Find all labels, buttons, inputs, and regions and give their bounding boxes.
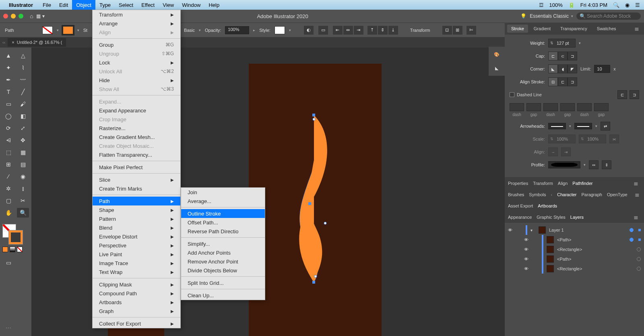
- align-stroke-outside[interactable]: ⊐: [568, 77, 577, 86]
- magic-wand-tool[interactable]: ✦: [2, 63, 14, 73]
- edit-icon[interactable]: ⊞: [453, 26, 462, 35]
- dash-2[interactable]: [543, 103, 558, 111]
- close-window[interactable]: [3, 14, 8, 19]
- menu-item[interactable]: Clipping Mask▶: [93, 280, 180, 289]
- align-panel-icon[interactable]: ▭: [318, 26, 328, 35]
- target-icon[interactable]: [637, 267, 641, 271]
- menu-item[interactable]: Add Anchor Points: [181, 248, 265, 257]
- menu-select[interactable]: Select: [115, 0, 137, 10]
- menu-item[interactable]: Create Object Mosaic...: [93, 141, 180, 150]
- layer-item[interactable]: 👁 <Path>: [505, 235, 644, 245]
- tab-opentype[interactable]: OpenType: [607, 192, 627, 197]
- align-hcenter-icon[interactable]: ⇔: [343, 26, 353, 35]
- tab-swatches[interactable]: Swatches: [593, 25, 620, 33]
- clock[interactable]: Fri 4:03 PM: [580, 2, 607, 8]
- color-guide-icon[interactable]: ◣: [491, 63, 502, 73]
- graph-tool[interactable]: ⫿: [17, 184, 29, 193]
- menu-item[interactable]: Clean Up...: [181, 291, 265, 300]
- eraser-tool[interactable]: ◧: [17, 111, 29, 121]
- menu-window[interactable]: Window: [178, 0, 204, 10]
- flip-across-icon[interactable]: ⇕: [602, 160, 611, 169]
- menu-item[interactable]: Create Gradient Mesh...: [93, 133, 180, 141]
- arrow-align-2[interactable]: ⇥: [561, 147, 571, 156]
- gap-2[interactable]: [560, 103, 575, 111]
- menu-item[interactable]: Rasterize...: [93, 124, 180, 133]
- menu-item[interactable]: Pattern▶: [93, 214, 180, 223]
- fill-swatch[interactable]: [42, 26, 53, 34]
- layer-item[interactable]: 👁 <Rectangle>: [505, 264, 644, 274]
- menu-item[interactable]: Blend▶: [93, 223, 180, 232]
- cap-butt[interactable]: ⊏: [548, 52, 558, 60]
- stroke-swatch[interactable]: [63, 26, 73, 34]
- menu-item[interactable]: Remove Anchor Point: [181, 257, 265, 266]
- tab-scroll-left[interactable]: ‹‹: [2, 40, 5, 45]
- align-top-icon[interactable]: ⤒: [367, 26, 377, 35]
- lasso-tool[interactable]: ⌇: [17, 63, 29, 73]
- tab-graphic-styles[interactable]: Graphic Styles: [537, 215, 566, 220]
- perspective-tool[interactable]: ▦: [17, 147, 29, 157]
- menu-type[interactable]: Type: [95, 0, 115, 10]
- dash-align-2[interactable]: ⊐: [630, 90, 639, 99]
- scale-tool[interactable]: ⤢: [17, 123, 29, 133]
- corner-miter[interactable]: ◣: [548, 64, 558, 73]
- tab-brushes[interactable]: Brushes: [508, 192, 524, 197]
- tab-transparency[interactable]: Transparency: [556, 25, 591, 33]
- crop-icon[interactable]: ✄: [466, 26, 476, 35]
- panel-menu-icon-3[interactable]: ≣: [632, 191, 642, 198]
- menu-item[interactable]: Graph▶: [93, 307, 180, 315]
- menu-item[interactable]: Split Into Grid...: [181, 278, 265, 287]
- selected-path[interactable]: [278, 111, 358, 288]
- visibility-icon[interactable]: 👁: [524, 266, 530, 271]
- shaper-tool[interactable]: ◯: [2, 111, 14, 121]
- menu-item[interactable]: Perspective▶: [93, 241, 180, 250]
- align-bottom-icon[interactable]: ⤓: [388, 26, 398, 35]
- symbol-sprayer-tool[interactable]: ✲: [2, 184, 14, 193]
- direct-selection-tool[interactable]: △: [17, 51, 29, 60]
- menu-item[interactable]: Reverse Path Directio: [181, 227, 265, 236]
- menu-item[interactable]: Show All⌥⌘3: [93, 85, 180, 93]
- layer-row[interactable]: 👁 ▾ Layer 1: [505, 225, 644, 235]
- item-name[interactable]: <Rectangle>: [557, 266, 634, 271]
- fill-stroke-well[interactable]: [2, 224, 23, 244]
- visibility-icon[interactable]: 👁: [508, 228, 514, 232]
- arrow-end[interactable]: [574, 123, 592, 129]
- visibility-icon[interactable]: 👁: [524, 237, 530, 242]
- color-panel-icon[interactable]: 🎨: [491, 49, 502, 60]
- rotate-tool[interactable]: ⟳: [2, 123, 14, 133]
- arrow-align-1[interactable]: →: [548, 147, 558, 156]
- pen-tool[interactable]: ✒: [2, 75, 14, 85]
- search-icon[interactable]: 🔍: [613, 2, 619, 8]
- dash-1[interactable]: [510, 103, 524, 111]
- target-icon[interactable]: [630, 228, 634, 232]
- menu-item[interactable]: Hide▶: [93, 76, 180, 85]
- menu-item[interactable]: Crop Image: [93, 115, 180, 124]
- tab-pathfinder[interactable]: Pathfinder: [572, 181, 592, 186]
- menu-item[interactable]: Expand Appearance: [93, 106, 180, 115]
- tab-artboards[interactable]: Artboards: [538, 203, 557, 208]
- gap-1[interactable]: [526, 103, 541, 111]
- menu-item[interactable]: Make Pixel Perfect: [93, 163, 180, 172]
- cap-projecting[interactable]: ⊐: [568, 52, 577, 60]
- tab-appearance[interactable]: Appearance: [508, 215, 532, 220]
- menu-item[interactable]: Group⌘G: [93, 40, 180, 49]
- workspace-switcher[interactable]: Essentials Classic▾: [530, 13, 573, 19]
- menu-edit[interactable]: Edit: [55, 0, 72, 10]
- transform-link[interactable]: Transform: [410, 28, 430, 33]
- cap-round[interactable]: ⊂: [558, 52, 568, 60]
- arrow-scale-2[interactable]: [586, 137, 606, 141]
- layer-name[interactable]: Layer 1: [549, 228, 626, 232]
- tab-layers[interactable]: Layers: [570, 215, 584, 220]
- close-tab-icon[interactable]: ×: [12, 40, 14, 45]
- panel-menu-icon-2[interactable]: ≣: [631, 180, 641, 187]
- tab-paragraph[interactable]: Paragraph: [582, 192, 602, 197]
- arrow-start[interactable]: [548, 123, 566, 129]
- menu-item[interactable]: Collect For Export▶: [93, 319, 180, 328]
- menu-item[interactable]: Image Trace▶: [93, 259, 180, 268]
- home-icon[interactable]: ⌂: [30, 13, 33, 19]
- panel-menu-icon[interactable]: ≣: [632, 25, 642, 32]
- menu-item[interactable]: Divide Objects Below: [181, 266, 265, 275]
- expand-layer-icon[interactable]: ▾: [530, 228, 535, 232]
- menu-item[interactable]: Outline Stroke: [181, 209, 265, 218]
- arrange-docs-icon[interactable]: ▦ ▾: [36, 13, 44, 19]
- gradient-mode-icon[interactable]: [10, 247, 15, 252]
